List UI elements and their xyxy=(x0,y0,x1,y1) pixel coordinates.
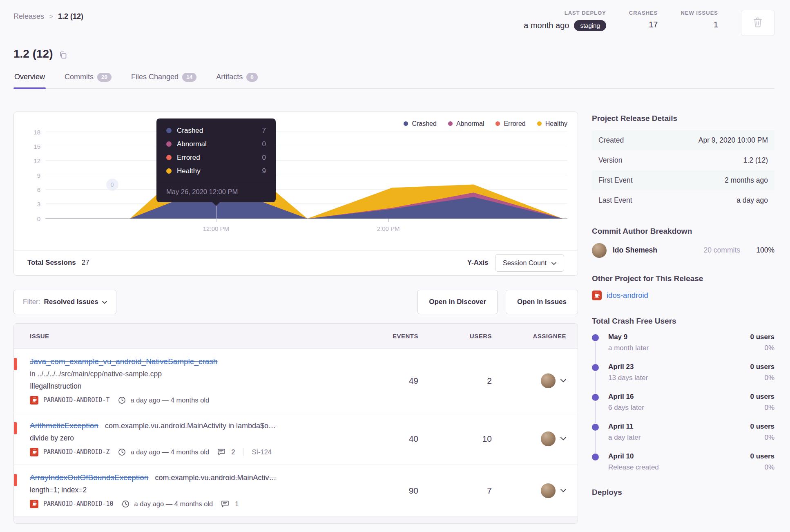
open-in-issues-button[interactable]: Open in Issues xyxy=(506,290,578,314)
crash-free-percent: 0% xyxy=(750,434,774,442)
timeline-dot-icon xyxy=(592,394,599,401)
crash-free-percent: 0% xyxy=(750,374,774,382)
assignee-avatar[interactable] xyxy=(541,483,556,498)
legend-label: Healthy xyxy=(545,120,567,127)
legend-dot-icon xyxy=(404,121,408,126)
chevron-down-icon[interactable] xyxy=(560,379,566,382)
total-sessions-label: Total Sessions xyxy=(27,259,76,267)
comments-count: 1 xyxy=(235,500,239,508)
crash-free-users: 0 users xyxy=(750,393,774,401)
detail-label: Created xyxy=(598,136,624,145)
author-name: Ido Shemesh xyxy=(613,246,657,255)
open-in-discover-button[interactable]: Open in Discover xyxy=(417,290,498,314)
tab-files-changed[interactable]: Files Changed 14 xyxy=(130,73,197,88)
issues-toolbar: Filter: Resolved Issues Open in Discover… xyxy=(13,290,578,314)
crash-free-date: May 9 xyxy=(608,333,649,341)
comments-icon xyxy=(217,448,225,456)
legend-dot-icon xyxy=(495,121,500,126)
table-row: Java_com_example_vu_android_NativeSample… xyxy=(14,349,578,413)
issues-filter-select[interactable]: Filter: Resolved Issues xyxy=(13,290,116,314)
trash-icon xyxy=(752,17,763,29)
copy-version-button[interactable] xyxy=(59,51,67,59)
crash-free-sublabel: 13 days later xyxy=(608,374,648,382)
java-project-icon xyxy=(30,500,38,508)
crash-free-entry: April 10 Release created 0 users 0% xyxy=(592,452,774,472)
chart-legend-item[interactable]: Errored xyxy=(495,120,525,127)
tab-artifacts[interactable]: Artifacts 0 xyxy=(215,73,259,88)
chevron-right-icon: > xyxy=(49,13,53,21)
tooltip-timestamp: May 26, 2020 12:00 PM xyxy=(156,182,276,202)
clock-icon xyxy=(122,500,129,508)
crashes-value: 17 xyxy=(649,20,658,29)
issues-table-header: Issue Events Users Assignee xyxy=(14,324,578,349)
timeline-dot-icon xyxy=(592,334,599,341)
issue-annotation-link[interactable]: SI-124 xyxy=(252,448,272,456)
yaxis-label: Y-Axis xyxy=(467,259,489,267)
chart-legend-item[interactable]: Crashed xyxy=(404,120,436,127)
release-marker[interactable]: 0 xyxy=(106,179,118,191)
tooltip-series-row: Healthy 9 xyxy=(166,167,266,175)
issue-age: a day ago — 4 months old xyxy=(131,448,210,456)
issue-title-link[interactable]: ArithmeticException xyxy=(30,421,98,430)
detail-value: Apr 9, 2020 10:00 PM xyxy=(699,136,768,145)
tab-commits[interactable]: Commits 20 xyxy=(64,73,112,88)
y-axis-tick-label: 15 xyxy=(24,143,40,150)
chart-plot-area[interactable]: 036912151812:00 PM2:00 PM0 xyxy=(45,132,567,219)
detail-label: Version xyxy=(598,156,622,165)
page-header: Releases > 1.2 (12) LAST DEPLOY a month … xyxy=(13,0,774,36)
timeline-dot-icon xyxy=(592,364,599,371)
project-slug: PARANOID-ANDROID-Z xyxy=(43,448,110,456)
chevron-down-icon[interactable] xyxy=(560,437,566,440)
issue-title-link[interactable]: Java_com_example_vu_android_NativeSample… xyxy=(30,357,217,366)
legend-dot-icon xyxy=(448,121,453,126)
stat-last-deploy: LAST DEPLOY a month ago staging xyxy=(524,10,606,31)
issue-detail: length=1; index=2 xyxy=(30,486,349,494)
crash-free-date: April 23 xyxy=(608,363,648,371)
assignee-avatar[interactable] xyxy=(541,431,556,446)
y-axis-tick-label: 12 xyxy=(24,157,40,164)
tooltip-series-label: Healthy xyxy=(177,167,257,175)
assignee-avatar[interactable] xyxy=(541,373,556,388)
x-axis-tick-label: 12:00 PM xyxy=(203,225,229,232)
commit-author-row: Ido Shemesh 20 commits 100% xyxy=(592,243,774,258)
crash-free-date: April 10 xyxy=(608,452,659,460)
chevron-down-icon[interactable] xyxy=(560,489,566,492)
commits-count-badge: 20 xyxy=(97,73,112,82)
timeline-dot-icon xyxy=(592,424,599,431)
other-project-section: Other Project for This Release idos-andr… xyxy=(592,274,774,300)
section-title: Project Release Details xyxy=(592,114,774,123)
section-title: Total Crash Free Users xyxy=(592,317,774,326)
clock-icon xyxy=(118,448,126,456)
chart-legend-item[interactable]: Healthy xyxy=(537,120,567,127)
breadcrumb-releases-link[interactable]: Releases xyxy=(13,12,44,21)
java-project-icon xyxy=(30,448,38,456)
issue-title-link[interactable]: ArrayIndexOutOfBoundsException xyxy=(30,473,148,482)
detail-value: 2 months ago xyxy=(725,176,768,185)
crash-free-users: 0 users xyxy=(750,363,774,371)
release-detail-row: First Event 2 months ago xyxy=(592,170,774,190)
issue-events-count: 49 xyxy=(349,376,418,386)
comments-icon xyxy=(221,500,229,507)
sessions-chart-card: Crashed Abnormal Errored Healthy 0369121… xyxy=(13,112,578,276)
yaxis-select[interactable]: Session Count xyxy=(495,254,564,272)
legend-label: Abnormal xyxy=(456,120,484,127)
tab-overview[interactable]: Overview xyxy=(13,73,46,88)
release-overview-page: Releases > 1.2 (12) LAST DEPLOY a month … xyxy=(0,0,790,532)
chevron-down-icon xyxy=(551,259,556,267)
x-axis-tick xyxy=(388,219,389,222)
other-project-link[interactable]: idos-android xyxy=(607,291,648,300)
issue-events-count: 90 xyxy=(349,486,418,496)
artifacts-count-badge: 0 xyxy=(246,73,258,82)
crash-free-users: 0 users xyxy=(750,452,774,460)
release-sidebar: Project Release Details Created Apr 9, 2… xyxy=(592,112,774,524)
files-changed-count-badge: 14 xyxy=(182,73,196,82)
chevron-down-icon xyxy=(102,298,107,306)
author-avatar xyxy=(592,243,607,258)
chart-legend-item[interactable]: Abnormal xyxy=(448,120,484,127)
chart-legend: Crashed Abnormal Errored Healthy xyxy=(404,120,567,127)
y-axis-tick-label: 3 xyxy=(24,201,40,208)
tooltip-series-value: 0 xyxy=(262,140,266,148)
deploys-section-title: Deploys xyxy=(592,488,774,497)
crash-free-entry: April 16 6 days later 0 users 0% xyxy=(592,393,774,412)
delete-release-button[interactable] xyxy=(741,10,774,36)
